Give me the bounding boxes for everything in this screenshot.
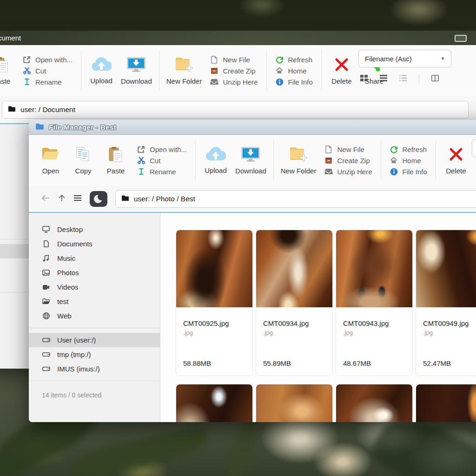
titlebar[interactable]: File Manager - Document (0, 31, 476, 45)
rename-button[interactable]: Rename (137, 168, 187, 176)
sidebar-item-desktop[interactable]: Desktop (29, 222, 160, 237)
copy-button[interactable]: Copy (69, 146, 98, 175)
edit-group: Open with... Cut Rename (134, 145, 190, 176)
file-thumbnail (256, 230, 332, 307)
file-card[interactable]: CMT00943.jpg .jpg 48.67MB (336, 230, 413, 376)
delete-x-icon (334, 57, 350, 74)
dark-mode-toggle[interactable] (90, 191, 107, 207)
home-label: Home (403, 157, 421, 165)
copy-icon (75, 146, 91, 164)
new-folder-button[interactable]: New Folder (279, 145, 318, 176)
monitor-icon (42, 226, 50, 233)
upload-icon (91, 57, 112, 73)
sidebar-item-label: Photos (57, 269, 79, 277)
file-thumbnail (176, 230, 252, 307)
download-icon (240, 146, 261, 164)
sidebar-item-label: tmp (tmp:/) (57, 350, 91, 358)
open-with-button[interactable]: Open with... (22, 56, 73, 64)
file-card[interactable] (416, 384, 476, 422)
sort-and-view-zone: Filename (Asc) ▼ (472, 139, 476, 157)
sidebar-divider (29, 328, 160, 328)
unzip-here-button[interactable]: Unzip Here (324, 168, 372, 176)
paste-button[interactable]: Paste (0, 57, 16, 85)
sidebar-item-label: Desktop (57, 225, 83, 233)
delete-x-icon (448, 146, 464, 164)
open-with-button[interactable]: Open with... (137, 145, 187, 153)
file-card[interactable] (176, 384, 253, 422)
titlebar[interactable]: File Manager - Best (29, 120, 476, 135)
new-folder-button[interactable]: New Folder (165, 56, 204, 86)
window-title: File Manager - Document (0, 34, 21, 42)
file-card[interactable] (336, 384, 413, 422)
refresh-button[interactable]: Refresh (390, 145, 427, 153)
back-button[interactable] (41, 194, 50, 204)
info-icon (275, 78, 284, 86)
sidebar-item-music[interactable]: Music (29, 251, 160, 265)
sidebar-item-videos[interactable]: Videos (29, 280, 160, 294)
file-name: CMT00934.jpg (263, 319, 325, 327)
sort-dropdown[interactable]: Filename (Asc) ▼ (472, 139, 476, 157)
sidebar-item-web[interactable]: Web (29, 309, 160, 323)
sidebar-item-tmp-drive[interactable]: tmp (tmp:/) (29, 347, 160, 362)
refresh-label: Refresh (288, 56, 313, 64)
sidebar-item-label: IMUS (imus:/) (57, 365, 100, 373)
unzip-here-button[interactable]: Unzip Here (210, 78, 258, 86)
menu-button[interactable] (73, 195, 82, 203)
open-with-label: Open with... (35, 56, 73, 64)
view-list-button[interactable] (380, 75, 387, 83)
delete-button[interactable]: Delete (327, 57, 356, 85)
new-file-button[interactable]: New File (210, 56, 258, 64)
refresh-label: Refresh (403, 145, 427, 153)
breadcrumb-input[interactable]: user: / Photo / Best (115, 190, 476, 208)
download-button[interactable]: Download (234, 146, 268, 175)
cut-button[interactable]: Cut (137, 157, 187, 165)
file-info-button[interactable]: File Info (390, 168, 427, 176)
home-icon (390, 157, 398, 164)
desktop: File Manager - Document Paste Open with.… (0, 0, 476, 476)
sidebar-item-documents[interactable]: Documents (29, 237, 160, 251)
new-file-button[interactable]: New File (324, 145, 372, 153)
upload-button[interactable]: Upload (87, 57, 116, 85)
breadcrumb-input[interactable]: user: / Document (2, 101, 469, 119)
home-label: Home (288, 67, 307, 75)
sort-dropdown[interactable]: Filename (Asc) ▼ (358, 50, 451, 67)
new-file-label: New File (223, 56, 250, 64)
refresh-button[interactable]: Refresh (275, 56, 313, 64)
copy-label: Copy (75, 167, 91, 175)
rename-button[interactable]: Rename (22, 78, 73, 86)
home-button[interactable]: Home (390, 157, 427, 165)
info-icon (390, 168, 398, 176)
file-card[interactable]: CMT00925.jpg .jpg 58.88MB (176, 230, 253, 376)
open-button[interactable]: Open (36, 146, 65, 175)
paste-button[interactable]: Paste (101, 146, 130, 175)
open-with-icon (137, 145, 145, 153)
cut-button[interactable]: Cut (22, 67, 73, 75)
file-card[interactable]: CMT00949.jpg .jpg 52.47MB (416, 230, 476, 376)
sidebar-item-label: Documents (57, 240, 93, 248)
sidebar: Desktop Documents Music Photos Videos (29, 213, 160, 422)
download-button[interactable]: Download (119, 57, 153, 85)
file-info-button[interactable]: File Info (275, 78, 313, 86)
music-note-icon (42, 255, 50, 262)
toolbar-separator (81, 51, 81, 91)
view-grid-button[interactable] (360, 75, 368, 83)
sidebar-item-user-drive[interactable]: User (user:/) (29, 333, 160, 347)
upload-label: Upload (90, 77, 112, 85)
file-card[interactable]: CMT00934.jpg .jpg 55.89MB (256, 230, 333, 376)
download-label: Download (235, 167, 266, 175)
file-card[interactable] (256, 384, 333, 422)
sidebar-item-photos[interactable]: Photos (29, 265, 160, 280)
minimize-button[interactable] (455, 35, 467, 42)
sidebar-item-imus-drive[interactable]: IMUS (imus:/) (29, 362, 160, 376)
home-button[interactable]: Home (275, 67, 313, 75)
view-columns-button[interactable] (431, 75, 439, 83)
upload-button[interactable]: Upload (201, 147, 230, 174)
sidebar-item-label: User (user:/) (57, 336, 96, 344)
delete-label: Delete (331, 77, 351, 85)
view-detail-button[interactable] (399, 75, 407, 83)
up-button[interactable] (58, 194, 66, 204)
create-zip-button[interactable]: Create Zip (210, 67, 258, 75)
sidebar-item-test[interactable]: test (29, 294, 160, 309)
create-zip-button[interactable]: Create Zip (324, 157, 372, 165)
delete-button[interactable]: Delete (442, 146, 470, 175)
